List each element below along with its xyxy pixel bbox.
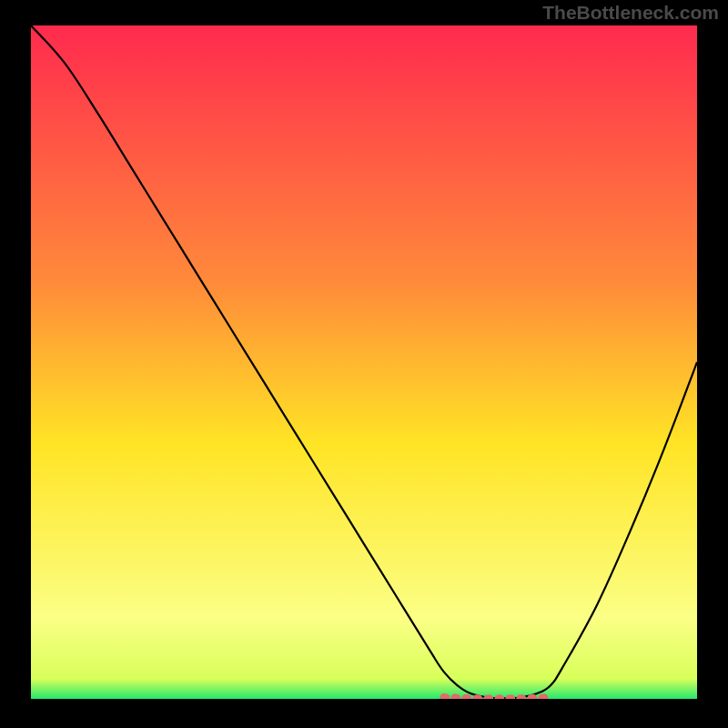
gradient-background	[31, 25, 697, 699]
chart-frame: TheBottleneck.com	[0, 0, 728, 728]
plot-area	[31, 25, 697, 699]
highlight-segment	[444, 698, 551, 699]
chart-svg	[31, 25, 697, 699]
watermark-text: TheBottleneck.com	[542, 2, 719, 24]
